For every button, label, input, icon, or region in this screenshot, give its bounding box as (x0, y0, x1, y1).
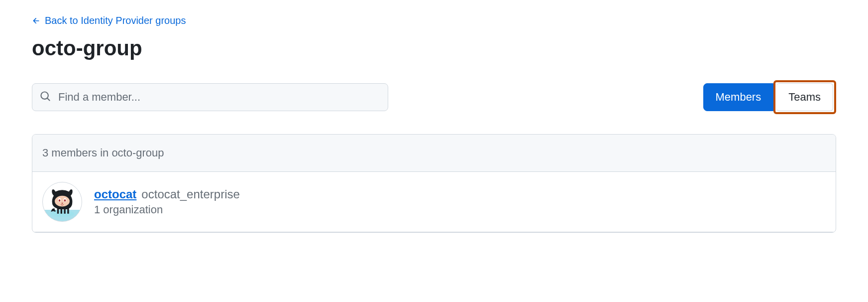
search-container (32, 83, 388, 111)
member-info: octocat octocat_enterprise 1 organizatio… (94, 187, 240, 216)
list-item: octocat octocat_enterprise 1 organizatio… (32, 172, 836, 232)
search-input[interactable] (32, 83, 388, 111)
member-name-row: octocat octocat_enterprise (94, 187, 240, 201)
highlight-annotation: Teams (773, 80, 836, 114)
controls-row: Members Teams (32, 80, 836, 114)
member-name-link[interactable]: octocat (94, 187, 136, 201)
tab-teams[interactable]: Teams (776, 83, 833, 111)
octocat-icon (45, 185, 79, 219)
svg-point-5 (64, 199, 66, 202)
member-meta: 1 organization (94, 203, 240, 216)
tab-group: Members Teams (703, 80, 836, 114)
list-header: 3 members in octo-group (32, 135, 836, 172)
svg-point-6 (62, 203, 63, 204)
member-handle: octocat_enterprise (141, 187, 239, 201)
back-link-label: Back to Identity Provider groups (45, 15, 186, 26)
page-title: octo-group (32, 36, 836, 60)
arrow-left-icon (32, 16, 41, 25)
avatar[interactable] (42, 182, 82, 222)
svg-point-4 (59, 199, 60, 202)
back-link[interactable]: Back to Identity Provider groups (32, 15, 186, 26)
members-list-panel: 3 members in octo-group octocat octocat_… (32, 134, 836, 233)
tab-members[interactable]: Members (703, 83, 774, 111)
